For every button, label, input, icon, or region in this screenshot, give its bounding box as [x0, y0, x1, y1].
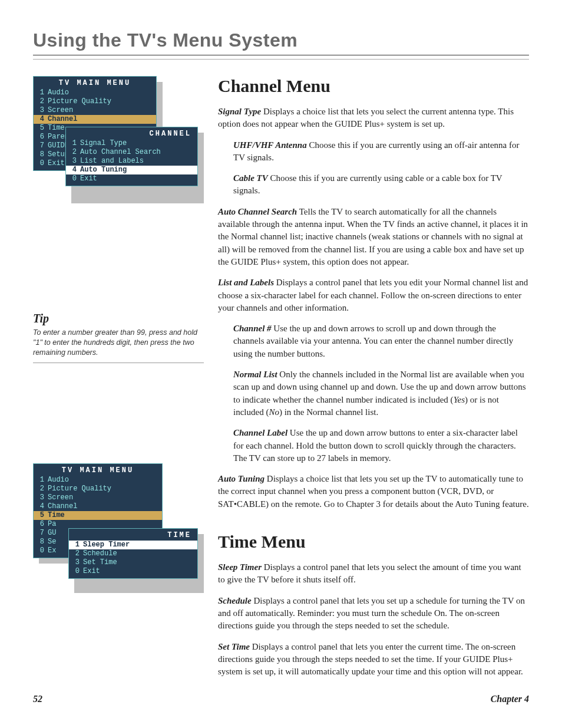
para-auto-tuning: Auto Tuning Displays a choice list that … [218, 473, 529, 510]
menu-main-title: TV MAIN MENU [34, 464, 162, 476]
term-channel-label: Channel Label [233, 428, 287, 437]
menu-row: 4Channel [34, 115, 156, 124]
text: Choose this if you are currently using c… [233, 173, 502, 195]
menu-row: 5Time [34, 511, 162, 520]
text: ) in the Normal channel list. [279, 407, 378, 417]
tv-main-menu-time: TV MAIN MENU 1Audio2Picture Quality3Scre… [33, 463, 204, 634]
menu-main-title: TV MAIN MENU [34, 77, 156, 88]
left-column: TV MAIN MENU 1Audio2Picture Quality3Scre… [33, 76, 204, 688]
term-channel-number: Channel # [233, 324, 272, 333]
text: Displays a choice list that lets you set… [218, 474, 529, 509]
para-auto-channel-search: Auto Channel Search Tells the TV to sear… [218, 206, 529, 268]
para-set-time: Set Time Displays a control panel that l… [218, 641, 529, 678]
menu-row: 2Picture Quality [34, 485, 162, 493]
menu-row: 6Pa [34, 520, 162, 529]
para-sleep-timer: Sleep Timer Displays a control panel tha… [218, 561, 529, 587]
menu-row: 3List and Labels [66, 157, 197, 166]
menu-row: 0Exit [66, 174, 197, 183]
text: Displays a control panel that lets you s… [218, 562, 521, 584]
chapter-title: Using the TV's Menu System [33, 29, 529, 55]
text-yes: Yes [454, 395, 465, 404]
menu-row: 1Signal Type [66, 139, 197, 148]
menu-row: 1Audio [34, 88, 156, 97]
text: Use the up and down arrows to scroll up … [233, 324, 513, 358]
menu-sub-panel-channel: CHANNEL 1Signal Type2Auto Channel Search… [65, 127, 198, 186]
menu-row: 1Sleep Timer [69, 541, 197, 549]
para-signal-type: Signal Type Displays a choice list that … [218, 106, 529, 131]
text-no: No [269, 407, 279, 417]
menu-row: 3Set Time [69, 558, 197, 567]
term-list-and-labels: List and Labels [218, 278, 274, 287]
para-schedule: Schedule Displays a control panel that l… [218, 595, 529, 633]
term-auto-channel-search: Auto Channel Search [218, 207, 297, 216]
menu-row: 2Picture Quality [34, 97, 156, 106]
menu-row: 3Screen [34, 493, 162, 502]
menu-row: 4Auto Tuning [66, 166, 197, 174]
para-list-and-labels: List and Labels Displays a control panel… [218, 276, 529, 314]
term-cable-tv: Cable TV [233, 173, 268, 183]
term-schedule: Schedule [218, 596, 252, 605]
para-cable-tv: Cable TV Choose this if you are currentl… [233, 172, 529, 197]
term-signal-type: Signal Type [218, 107, 261, 116]
menu-row: 1Audio [34, 476, 162, 485]
term-auto-tuning: Auto Tuning [218, 474, 265, 483]
right-column: Channel Menu Signal Type Displays a choi… [218, 76, 529, 688]
menu-sub-panel-time: TIME 1Sleep Timer2Schedule3Set Time0Exit [68, 528, 198, 579]
page-number: 52 [33, 694, 42, 704]
text: Displays a control panel that lets you s… [218, 596, 525, 631]
para-normal-list: Normal List Only the channels included i… [233, 368, 529, 419]
tip-heading: Tip [33, 312, 204, 325]
page-footer: 52 Chapter 4 [33, 688, 529, 704]
para-channel-label: Channel Label Use the up and down arrow … [233, 427, 529, 465]
section-heading-time: Time Menu [218, 532, 529, 552]
tv-main-menu-channel: TV MAIN MENU 1Audio2Picture Quality3Scre… [33, 76, 204, 241]
menu-row: 3Screen [34, 106, 156, 115]
term-uhf-vhf: UHF/VHF Antenna [233, 140, 307, 150]
divider [33, 59, 529, 60]
menu-row: 2Auto Channel Search [66, 148, 197, 157]
section-heading-channel: Channel Menu [218, 76, 529, 96]
term-sleep-timer: Sleep Timer [218, 562, 262, 572]
term-set-time: Set Time [218, 642, 250, 651]
menu-sub-title: CHANNEL [66, 127, 197, 139]
menu-row: 4Channel [34, 502, 162, 511]
text: Displays a choice list that lets you sel… [218, 107, 514, 129]
menu-row: 0Exit [69, 567, 197, 576]
term-normal-list: Normal List [233, 370, 277, 379]
para-channel-number: Channel # Use the up and down arrows to … [233, 322, 529, 360]
para-uhf-vhf: UHF/VHF Antenna Choose this if you are c… [233, 139, 529, 164]
menu-sub-title: TIME [69, 529, 197, 541]
menu-row: 2Schedule [69, 549, 197, 558]
text: Displays a control panel that lets you e… [218, 642, 523, 677]
tip-body: To enter a number greater than 99, press… [33, 328, 204, 363]
chapter-label: Chapter 4 [491, 694, 529, 704]
